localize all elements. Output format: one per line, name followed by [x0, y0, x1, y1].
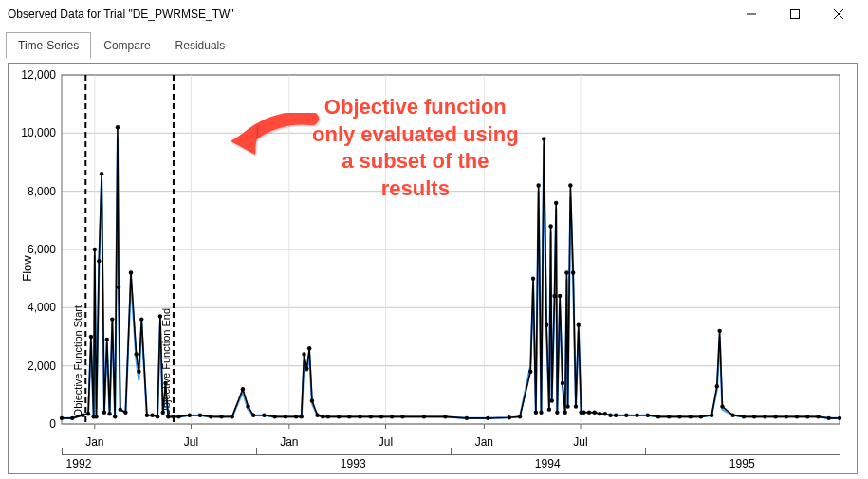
svg-point-61 — [219, 415, 223, 418]
svg-point-85 — [422, 415, 426, 418]
window-controls — [729, 0, 860, 28]
svg-point-68 — [284, 415, 287, 418]
y-tick-label: 8,000 — [28, 185, 56, 198]
y-tick-label: 12,000 — [21, 68, 56, 82]
y-tick-label: 2,000 — [28, 359, 56, 373]
svg-point-56 — [172, 415, 175, 418]
svg-point-39 — [110, 317, 114, 321]
x-year-label: 1994 — [535, 457, 561, 470]
x-year-label: 1993 — [341, 457, 366, 470]
svg-point-112 — [577, 323, 581, 327]
minimize-button[interactable] — [729, 0, 773, 28]
svg-point-88 — [486, 416, 489, 420]
svg-point-143 — [838, 416, 841, 420]
svg-point-71 — [302, 352, 305, 356]
svg-point-129 — [710, 414, 713, 417]
svg-point-26 — [60, 416, 64, 420]
svg-point-41 — [116, 125, 120, 129]
svg-point-97 — [545, 323, 548, 327]
svg-point-94 — [536, 183, 540, 187]
svg-point-38 — [107, 412, 111, 415]
y-tick-label: 6,000 — [28, 243, 56, 256]
svg-point-128 — [699, 415, 703, 418]
svg-point-78 — [337, 415, 341, 418]
svg-point-70 — [300, 415, 304, 418]
svg-point-108 — [565, 404, 569, 408]
svg-point-120 — [614, 414, 618, 417]
svg-point-76 — [321, 415, 324, 418]
svg-point-135 — [752, 415, 756, 418]
svg-point-99 — [548, 224, 552, 228]
y-axis-ticks: 02,0004,0006,0008,00010,00012,000 — [9, 75, 60, 424]
svg-point-50 — [150, 414, 154, 417]
svg-point-58 — [188, 414, 192, 417]
svg-point-114 — [582, 411, 585, 415]
svg-point-141 — [816, 415, 820, 418]
tab-bar: Time-Series Compare Residuals — [0, 28, 868, 59]
tab-time-series[interactable]: Time-Series — [6, 32, 91, 59]
svg-point-123 — [646, 414, 650, 417]
svg-point-104 — [558, 294, 562, 298]
svg-point-102 — [554, 201, 558, 205]
svg-point-134 — [742, 415, 746, 418]
svg-point-63 — [241, 387, 245, 391]
svg-point-126 — [677, 415, 681, 418]
x-tick-label: Jul — [379, 435, 393, 449]
svg-point-73 — [307, 346, 311, 350]
obj-fn-end-label: Objective Function End — [160, 308, 172, 416]
tab-compare[interactable]: Compare — [91, 32, 162, 59]
svg-point-30 — [89, 335, 93, 339]
svg-point-35 — [100, 172, 103, 175]
svg-point-127 — [689, 415, 693, 418]
svg-point-75 — [315, 414, 319, 417]
svg-point-121 — [624, 414, 628, 417]
x-tick-label: Jan — [280, 435, 298, 449]
svg-point-80 — [358, 415, 361, 418]
svg-point-95 — [539, 411, 543, 415]
svg-point-36 — [102, 411, 106, 415]
svg-point-77 — [326, 415, 330, 418]
svg-point-57 — [176, 415, 180, 418]
svg-point-40 — [113, 415, 117, 418]
x-axis-year-row: 1992199319941995 — [62, 454, 840, 470]
maximize-button[interactable] — [773, 0, 817, 28]
svg-point-34 — [97, 259, 101, 263]
svg-point-42 — [117, 286, 120, 289]
svg-point-62 — [231, 415, 234, 418]
svg-point-124 — [656, 415, 660, 418]
svg-point-51 — [156, 415, 159, 418]
plot-area[interactable]: Objective Function Start Objective Funct… — [62, 75, 840, 424]
svg-point-87 — [465, 416, 469, 420]
svg-point-92 — [531, 276, 535, 280]
svg-point-83 — [390, 415, 394, 418]
svg-point-91 — [528, 370, 532, 374]
svg-point-142 — [827, 416, 831, 420]
tab-residuals[interactable]: Residuals — [163, 32, 238, 59]
svg-point-66 — [262, 414, 266, 417]
svg-point-72 — [305, 367, 308, 371]
x-tick-label: Jan — [475, 435, 493, 449]
svg-point-90 — [518, 415, 522, 418]
svg-point-47 — [137, 370, 140, 374]
svg-point-125 — [667, 415, 671, 418]
svg-point-44 — [123, 411, 127, 415]
svg-point-86 — [443, 415, 447, 418]
close-button[interactable] — [817, 0, 860, 28]
svg-point-74 — [310, 398, 314, 402]
svg-point-37 — [105, 338, 109, 341]
svg-point-59 — [198, 414, 202, 417]
svg-point-109 — [568, 183, 572, 187]
svg-point-105 — [561, 381, 564, 385]
svg-point-98 — [547, 407, 551, 411]
svg-point-82 — [379, 415, 383, 418]
svg-point-136 — [763, 415, 766, 418]
x-year-label: 1992 — [66, 457, 92, 470]
window-title: Observed Data for Trial "DE_PWRMSE_TW" — [8, 8, 729, 21]
svg-rect-1 — [791, 9, 800, 18]
svg-point-69 — [294, 415, 298, 418]
svg-point-137 — [773, 415, 777, 418]
svg-point-81 — [369, 415, 373, 418]
svg-point-107 — [564, 270, 568, 274]
x-year-label: 1995 — [729, 457, 755, 470]
svg-point-118 — [603, 412, 607, 415]
